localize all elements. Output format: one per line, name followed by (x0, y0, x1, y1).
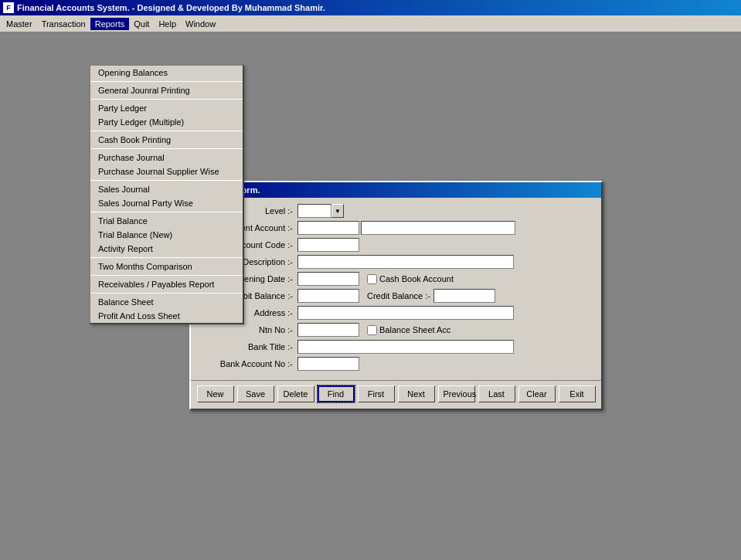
save-button[interactable]: Save (237, 385, 274, 402)
parent-account-code-input[interactable] (297, 221, 359, 235)
bank-account-row: Bank Account No :- (197, 357, 595, 371)
next-button[interactable]: Next (398, 385, 435, 402)
separator-2 (90, 99, 243, 100)
address-row: Address :- (197, 306, 595, 320)
title-bar: F Financial Accounts System. - Designed … (0, 0, 741, 15)
menu-receivables-payables[interactable]: Receivables / Payables Report (90, 277, 243, 291)
menu-quit[interactable]: Quit (129, 18, 154, 30)
menu-window[interactable]: Window (181, 18, 220, 30)
form-title-bar: ■ ccounts Form. (191, 182, 601, 198)
accounts-form-window: ■ ccounts Form. Level :- ▼ Parent Accoun… (189, 181, 603, 410)
parent-account-name-input[interactable] (361, 221, 515, 235)
menu-cash-book-printing[interactable]: Cash Book Printing (90, 133, 243, 147)
debit-balance-input[interactable] (297, 289, 359, 303)
level-dropdown-arrow[interactable]: ▼ (331, 204, 344, 218)
account-code-input[interactable] (297, 238, 359, 252)
account-code-row: Account Code :- (197, 238, 595, 252)
find-button[interactable]: Find (318, 385, 355, 402)
separator-3 (90, 131, 243, 131)
balance-sheet-acc-checkbox-label: Balance Sheet Acc (367, 325, 450, 335)
clear-button[interactable]: Clear (518, 385, 556, 402)
menu-balance-sheet[interactable]: Balance Sheet (90, 295, 243, 309)
new-button[interactable]: New (197, 385, 234, 402)
separator-8 (90, 275, 243, 276)
menu-purchase-journal-supplier[interactable]: Purchase Journal Supplier Wise (90, 165, 243, 178)
credit-balance-input[interactable] (433, 289, 495, 303)
menu-sales-journal[interactable]: Sales Journal (90, 182, 243, 196)
opening-date-input[interactable] (297, 272, 359, 286)
bank-title-row: Bank Title :- (197, 340, 595, 354)
menu-profit-loss-sheet[interactable]: Profit And Loss Sheet (90, 309, 243, 323)
bank-title-label: Bank Title :- (197, 342, 297, 351)
last-button[interactable]: Last (478, 385, 515, 402)
balance-sheet-acc-checkbox[interactable] (367, 325, 377, 335)
menu-transaction[interactable]: Transaction (37, 18, 90, 30)
form-body: Level :- ▼ Parent Account :- Account Cod… (191, 198, 601, 380)
address-input[interactable] (297, 306, 514, 320)
main-area: Opening Balances General Jounral Printin… (0, 32, 741, 560)
exit-button[interactable]: Exit (559, 385, 596, 402)
level-row: Level :- ▼ (197, 204, 595, 218)
menu-purchase-journal[interactable]: Purchase Journal (90, 151, 243, 165)
menu-opening-balances[interactable]: Opening Balances (90, 66, 243, 80)
ntn-no-label: Ntn No :- (197, 325, 297, 334)
ntn-no-input[interactable] (297, 323, 359, 337)
menu-bar: Master Transaction Reports Quit Help Win… (0, 15, 741, 32)
description-row: Description :- (197, 255, 595, 269)
delete-button[interactable]: Delete (277, 385, 314, 402)
ntn-row: Ntn No :- Balance Sheet Acc (197, 323, 595, 337)
parent-account-row: Parent Account :- (197, 221, 595, 235)
title-text: Financial Accounts System. - Designed & … (17, 3, 325, 12)
menu-master[interactable]: Master (2, 18, 37, 30)
separator-6 (90, 212, 243, 212)
cash-book-account-checkbox[interactable] (367, 274, 377, 284)
menu-sales-journal-party[interactable]: Sales Journal Party Wise (90, 196, 243, 210)
description-input[interactable] (297, 255, 514, 269)
balance-sheet-acc-label: Balance Sheet Acc (379, 325, 450, 334)
first-button[interactable]: First (358, 385, 395, 402)
menu-trial-balance[interactable]: Trial Balance (90, 214, 243, 228)
menu-party-ledger[interactable]: Party Ledger (90, 101, 243, 115)
menu-two-months-comparison[interactable]: Two Months Comparison (90, 260, 243, 273)
menu-general-journal[interactable]: General Jounral Printing (90, 83, 243, 97)
cash-book-account-label: Cash Book Account (379, 274, 454, 283)
button-area: New Save Delete Find First Next Previous… (191, 380, 601, 409)
cash-book-account-checkbox-label: Cash Book Account (367, 274, 454, 284)
balance-row: Debit Balance :- Credit Balance :- (197, 289, 595, 303)
separator-5 (90, 180, 243, 181)
previous-button[interactable]: Previous (438, 385, 475, 402)
menu-party-ledger-multiple[interactable]: Party Ledger (Multiple) (90, 115, 243, 129)
bank-title-input[interactable] (297, 340, 514, 354)
app-icon: F (3, 2, 14, 13)
separator-9 (90, 293, 243, 294)
menu-activity-report[interactable]: Activity Report (90, 242, 243, 256)
level-select-container: ▼ (297, 204, 344, 218)
opening-date-row: Opening Date :- Cash Book Account (197, 272, 595, 286)
menu-reports[interactable]: Reports (90, 18, 130, 30)
bank-account-no-label: Bank Account No :- (197, 359, 297, 368)
bank-account-no-input[interactable] (297, 357, 359, 371)
level-input[interactable] (297, 204, 331, 218)
menu-trial-balance-new[interactable]: Trial Balance (New) (90, 228, 243, 242)
reports-dropdown: Opening Balances General Jounral Printin… (90, 65, 244, 324)
menu-help[interactable]: Help (154, 18, 181, 30)
separator-1 (90, 81, 243, 82)
credit-balance-label: Credit Balance :- (367, 291, 430, 300)
separator-4 (90, 148, 243, 149)
separator-7 (90, 257, 243, 258)
